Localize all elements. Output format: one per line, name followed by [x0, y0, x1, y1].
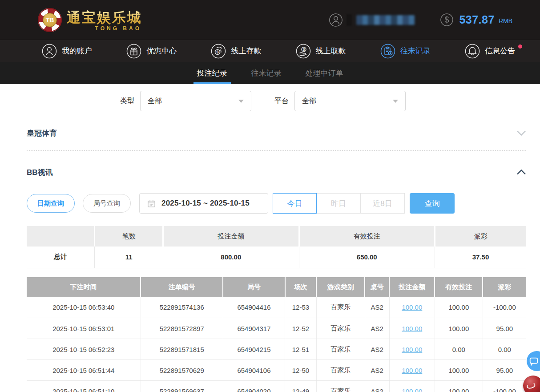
round-id: 654904020: [223, 381, 285, 392]
chip-label: TB: [43, 13, 57, 27]
section-bb-live[interactable]: BB视讯: [27, 162, 526, 182]
chevron-down-icon: [238, 100, 244, 103]
nav-item-deposit[interactable]: $ 线上存款: [211, 44, 261, 59]
bet-amount-link[interactable]: 100.00: [402, 388, 422, 392]
round-id: 654904317: [223, 318, 285, 339]
bet-amount-link[interactable]: 100.00: [402, 346, 422, 353]
deposit-icon: $: [211, 44, 226, 59]
section-crown-sports[interactable]: 皇冠体育: [27, 123, 526, 143]
table-row: 2025-10-15 06:53:40522891574136654904416…: [27, 297, 526, 318]
nav-item-my-account[interactable]: 我的账户: [42, 44, 92, 59]
date-range-value: 2025-10-15 ~ 2025-10-15: [161, 199, 250, 208]
bet-id: 522891571815: [141, 339, 223, 360]
bet-amount-link[interactable]: 100.00: [402, 325, 422, 332]
chevron-up-icon: [516, 169, 526, 175]
filter-row: 类型 全部 平台 全部: [120, 90, 526, 112]
bet-time: 2025-10-15 06:53:40: [27, 297, 141, 318]
summary-header-row: 笔数 投注金额 有效投注 派彩: [27, 226, 526, 247]
withdraw-icon: $: [296, 44, 311, 59]
nav-item-promotions[interactable]: 优惠中心: [126, 44, 177, 59]
game-type: 百家乐: [316, 318, 365, 339]
date-query-button[interactable]: 日期查询: [27, 194, 75, 213]
valid-bet: 100.00: [435, 360, 483, 381]
tab-bet-records[interactable]: 投注纪录: [195, 62, 229, 84]
poker-chip-icon: TB: [38, 8, 62, 32]
table-no: AS2: [365, 381, 389, 392]
service-logo-icon: [526, 382, 536, 390]
tab-pending-orders[interactable]: 处理中订单: [304, 62, 345, 84]
user-icon: [42, 44, 57, 59]
quick-range-group: 今日 昨日 近8日: [273, 193, 405, 214]
search-button[interactable]: 查询: [410, 193, 455, 214]
bet-time: 2025-10-15 06:53:01: [27, 318, 141, 339]
bets-header-bet-amount: 投注金额: [389, 277, 435, 297]
valid-bet: 0.00: [435, 339, 483, 360]
section-title: BB视讯: [27, 167, 53, 178]
payout: 95.00: [483, 318, 526, 339]
summary-header-count: 笔数: [95, 226, 163, 247]
table-row: 2025-10-15 06:52:23522891571815654904215…: [27, 339, 526, 360]
quick-last8days-button[interactable]: 近8日: [361, 193, 405, 214]
valid-bet: 100.00: [435, 318, 483, 339]
table-row: 2025-10-15 06:53:01522891572897654904317…: [27, 318, 526, 339]
summary-count: 11: [95, 247, 163, 268]
bet-amount: 100.00: [389, 339, 435, 360]
bets-header-valid-bet: 有效投注: [435, 277, 483, 297]
nav-label: 往来记录: [400, 46, 431, 56]
bets-header-table-no: 桌号: [365, 277, 389, 297]
nav-item-announcements[interactable]: 信息公告: [465, 44, 515, 59]
session: 12-52: [285, 318, 317, 339]
type-select[interactable]: 全部: [140, 91, 251, 111]
nav-item-transaction-records[interactable]: 往来记录: [380, 44, 431, 59]
dollar-coin-icon: [440, 13, 454, 27]
session: 12-50: [285, 360, 317, 381]
round-id: 654904215: [223, 339, 285, 360]
svg-text:$: $: [217, 50, 219, 54]
gift-icon: [126, 44, 141, 59]
quick-yesterday-button[interactable]: 昨日: [317, 193, 361, 214]
brand-logo[interactable]: TB 通宝娱乐城 TONG BAO: [38, 8, 142, 32]
table-no: AS2: [365, 318, 389, 339]
bets-header-round: 局号: [223, 277, 285, 297]
main-content: 类型 全部 平台 全部 皇冠体育 BB视讯 日期查询 局号查询 2025: [0, 90, 540, 392]
bet-id: 522891569637: [141, 381, 223, 392]
bet-amount-link[interactable]: 100.00: [402, 303, 422, 311]
chevron-down-icon: [393, 100, 398, 103]
session: 12-51: [285, 339, 317, 360]
balance-currency: RMB: [499, 15, 512, 24]
bet-time: 2025-10-15 06:51:44: [27, 360, 141, 381]
platform-select[interactable]: 全部: [294, 91, 406, 111]
game-type: 百家乐: [316, 297, 365, 318]
platform-select-value: 全部: [302, 97, 316, 106]
summary-total-row: 总计 11 800.00 650.00 37.50: [27, 247, 526, 268]
type-filter-label: 类型: [120, 97, 134, 106]
summary-header-empty: [27, 226, 95, 247]
round-query-button[interactable]: 局号查询: [83, 194, 131, 213]
nav-item-withdraw[interactable]: $ 线上取款: [296, 44, 346, 59]
bet-id: 522891572897: [141, 318, 223, 339]
balance-block[interactable]: 537.87 RMB: [440, 13, 512, 27]
masked-stub: [347, 14, 352, 26]
nav-label: 我的账户: [62, 46, 92, 56]
bets-table-body: 2025-10-15 06:53:40522891574136654904416…: [27, 297, 526, 392]
bet-amount: 100.00: [389, 381, 435, 392]
payout: 95.00: [483, 360, 526, 381]
valid-bet: 100.00: [435, 381, 483, 392]
bets-header-payout: 派彩: [483, 277, 526, 297]
bets-header-session: 场次: [285, 277, 317, 297]
table-no: AS2: [365, 360, 389, 381]
calendar-icon: [147, 199, 156, 208]
bet-amount: 100.00: [389, 318, 435, 339]
main-nav: 我的账户 优惠中心 $ 线上存款 $ 线上取款 往来记录 信息公告: [0, 40, 540, 62]
user-block[interactable]: [329, 13, 415, 27]
svg-text:$: $: [302, 47, 305, 52]
game-type: 百家乐: [316, 339, 365, 360]
chat-icon: [529, 356, 539, 366]
bet-amount-link[interactable]: 100.00: [402, 367, 422, 374]
bet-time: 2025-10-15 06:52:23: [27, 339, 141, 360]
date-range-input[interactable]: 2025-10-15 ~ 2025-10-15: [139, 193, 268, 214]
tab-transaction-records[interactable]: 往来记录: [250, 62, 283, 84]
bets-header-time: 下注时间: [27, 277, 141, 297]
service-float-button[interactable]: [523, 376, 540, 392]
quick-today-button[interactable]: 今日: [273, 193, 317, 214]
